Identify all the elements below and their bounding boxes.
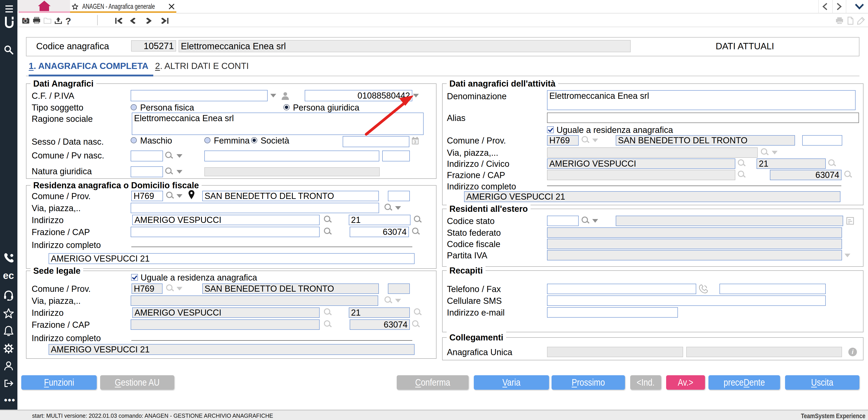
svg-text:PDF: PDF: [837, 21, 842, 24]
svg-text:3: 3: [414, 140, 416, 144]
